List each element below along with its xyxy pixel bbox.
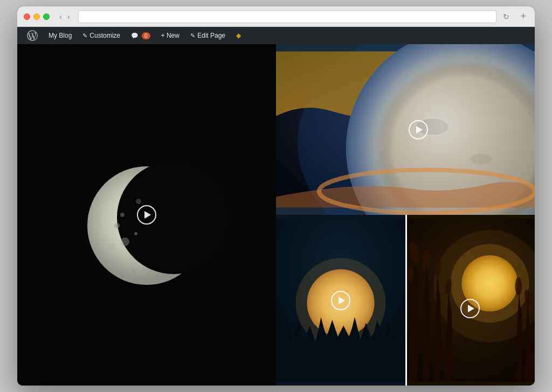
wp-admin-bar: My Blog ✎ Customize 💬 0 + New ✎ Edit Pag… xyxy=(17,27,535,44)
reload-button[interactable]: ↻ xyxy=(501,12,512,21)
svg-point-7 xyxy=(134,232,137,235)
new-tab-button[interactable]: + xyxy=(518,11,528,22)
svg-point-8 xyxy=(108,243,115,251)
svg-point-30 xyxy=(515,277,522,295)
wp-logo-icon xyxy=(27,30,38,41)
play-icon-4 xyxy=(468,305,474,312)
new-label: + New xyxy=(161,32,180,39)
nav-arrows: ‹ › xyxy=(57,12,72,22)
svg-point-2 xyxy=(117,161,230,274)
svg-point-3 xyxy=(121,237,129,246)
blue-moon-scene xyxy=(276,44,535,215)
bottom-right-cells xyxy=(276,215,535,386)
maximize-button[interactable] xyxy=(43,13,50,20)
comments-item[interactable]: 💬 0 xyxy=(126,27,156,44)
svg-point-16 xyxy=(470,154,492,165)
customize-label: Customize xyxy=(89,32,120,39)
customize-item[interactable]: ✎ Customize xyxy=(77,27,126,44)
svg-point-9 xyxy=(131,269,135,274)
play-button-3[interactable] xyxy=(331,291,350,310)
edit-page-item[interactable]: ✎ Edit Page xyxy=(185,27,231,44)
inner-divider xyxy=(405,215,407,386)
star-item[interactable]: ◆ xyxy=(231,27,246,44)
close-button[interactable] xyxy=(24,13,30,20)
svg-point-28 xyxy=(408,267,413,283)
full-moon-trees-cell[interactable] xyxy=(276,215,405,386)
browser-window: ‹ › ↻ + My Blog ✎ Customize 💬 0 + New xyxy=(17,6,535,386)
svg-point-4 xyxy=(114,223,120,228)
play-icon-1 xyxy=(144,211,151,219)
my-blog-item[interactable]: My Blog xyxy=(43,27,77,44)
content-area xyxy=(17,44,535,386)
play-icon-3 xyxy=(339,297,345,304)
svg-point-6 xyxy=(120,213,125,217)
comments-badge: 0 xyxy=(142,32,150,39)
play-button-2[interactable] xyxy=(409,120,428,139)
my-blog-label: My Blog xyxy=(49,32,72,39)
star-icon: ◆ xyxy=(236,32,241,39)
title-bar: ‹ › ↻ + xyxy=(17,6,535,27)
back-button[interactable]: ‹ xyxy=(57,12,64,22)
edit-page-label: Edit Page xyxy=(197,32,225,39)
play-button-1[interactable] xyxy=(137,205,156,225)
play-icon-2 xyxy=(416,126,423,134)
play-button-4[interactable] xyxy=(460,299,480,318)
traffic-lights xyxy=(24,13,50,20)
blue-moon-cell[interactable] xyxy=(276,44,535,215)
moon-reeds-cell[interactable] xyxy=(405,215,535,386)
svg-point-5 xyxy=(127,255,134,261)
crescent-moon-cell[interactable] xyxy=(17,44,276,386)
address-bar[interactable] xyxy=(78,10,496,23)
minimize-button[interactable] xyxy=(33,13,40,20)
forward-button[interactable]: › xyxy=(65,12,72,22)
wp-logo-item[interactable] xyxy=(22,27,43,44)
svg-point-10 xyxy=(136,199,141,204)
new-item[interactable]: + New xyxy=(156,27,185,44)
